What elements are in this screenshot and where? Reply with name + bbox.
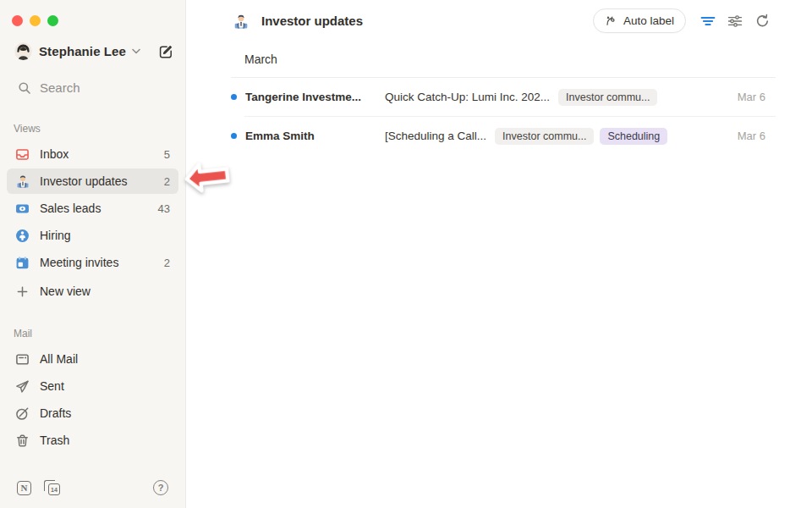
email-label-tag[interactable]: Investor commu... — [495, 128, 594, 145]
email-sender: Tangerine Investme... — [245, 91, 385, 103]
investor-emoji-icon — [15, 174, 30, 189]
calendar-icon — [15, 256, 30, 270]
view-header: Investor updates Auto label — [186, 0, 812, 41]
main-content: Investor updates Auto label — [186, 0, 812, 508]
sidebar-item-label: Trash — [40, 433, 69, 447]
unread-count: 2 — [164, 175, 170, 188]
mail-section-label: Mail — [14, 328, 172, 340]
unread-dot — [231, 133, 237, 139]
investor-emoji-icon — [233, 14, 249, 29]
unread-count: 5 — [164, 148, 170, 161]
search-placeholder: Search — [40, 80, 80, 95]
window-zoom-button[interactable] — [47, 15, 58, 26]
sidebar-item-sales-leads[interactable]: Sales leads 43 — [7, 196, 178, 221]
views-section-label: Views — [14, 123, 172, 135]
sidebar-item-label: All Mail — [40, 352, 78, 366]
sidebar-item-label: Hiring — [40, 229, 71, 242]
email-row-emma[interactable]: Emma Smith [Scheduling a Call... Investo… — [186, 117, 812, 155]
new-view-button[interactable]: New view — [7, 279, 178, 304]
chevron-down-icon — [132, 48, 140, 54]
header-toolbar: Auto label — [593, 8, 771, 33]
person-icon — [15, 229, 30, 243]
trash-icon — [15, 433, 30, 448]
email-subject: Quick Catch-Up: Lumi Inc. 202... — [385, 91, 550, 103]
auto-label-button-label: Auto label — [623, 14, 674, 27]
sidebar-item-drafts[interactable]: Drafts — [7, 400, 178, 426]
sidebar: Stephanie Lee Search Views Inbox — [0, 0, 186, 508]
sidebar-item-label: Drafts — [40, 406, 71, 420]
auto-label-wand-icon — [605, 14, 617, 27]
email-date: Mar 6 — [738, 130, 765, 142]
compose-button[interactable] — [158, 44, 173, 59]
email-label-tag[interactable]: Investor commu... — [558, 89, 657, 106]
money-icon — [15, 202, 30, 216]
sidebar-item-meeting-invites[interactable]: Meeting invites 2 — [7, 250, 178, 275]
inbox-icon — [15, 147, 30, 162]
email-list: Tangerine Investme... Quick Catch-Up: Lu… — [186, 78, 812, 155]
unread-count: 2 — [164, 257, 170, 269]
email-row-tangerine[interactable]: Tangerine Investme... Quick Catch-Up: Lu… — [186, 78, 812, 116]
calendar-front-page: 14 — [48, 483, 60, 495]
sidebar-item-all-mail[interactable]: All Mail — [7, 346, 178, 372]
search-input[interactable]: Search — [18, 80, 170, 95]
sidebar-item-label: Sent — [40, 379, 64, 393]
unread-dot — [231, 94, 237, 100]
email-sender: Emma Smith — [245, 130, 385, 142]
mail-nav: All Mail Sent Drafts — [0, 346, 185, 453]
sidebar-item-label: Inbox — [40, 147, 69, 161]
sidebar-item-investor-updates[interactable]: Investor updates 2 — [7, 168, 178, 194]
drafts-icon — [15, 406, 30, 421]
email-subject: [Scheduling a Call... — [385, 130, 486, 142]
help-icon[interactable]: ? — [153, 480, 168, 495]
plus-icon — [15, 284, 30, 299]
window-minimize-button[interactable] — [30, 15, 41, 26]
email-label-tag[interactable]: Scheduling — [600, 128, 667, 145]
sidebar-item-label: Sales leads — [40, 202, 101, 215]
window-controls — [0, 0, 185, 26]
sidebar-item-hiring[interactable]: Hiring — [7, 223, 178, 248]
window-close-button[interactable] — [12, 15, 23, 26]
profile-name: Stephanie Lee — [39, 44, 126, 58]
all-mail-icon — [15, 352, 30, 367]
sidebar-item-label: Meeting invites — [40, 256, 118, 269]
auto-label-button[interactable]: Auto label — [593, 8, 686, 33]
notion-logo-icon[interactable]: N — [17, 481, 31, 495]
email-date: Mar 6 — [738, 91, 765, 103]
avatar — [14, 42, 32, 60]
new-view-label: New view — [40, 284, 91, 298]
sidebar-footer: N 14 ? — [0, 467, 185, 508]
account-switcher[interactable]: Stephanie Lee — [14, 42, 173, 60]
refresh-icon[interactable] — [754, 13, 771, 30]
views-nav: Inbox 5 Investor updates 2 — [0, 141, 185, 304]
filter-icon[interactable] — [700, 13, 716, 30]
unread-count: 43 — [158, 202, 170, 215]
sent-icon — [15, 379, 30, 394]
search-icon — [18, 81, 31, 95]
sliders-icon[interactable] — [727, 13, 743, 30]
date-group-label: March — [244, 52, 812, 66]
sidebar-item-sent[interactable]: Sent — [7, 373, 178, 399]
sidebar-item-inbox[interactable]: Inbox 5 — [7, 141, 178, 167]
sidebar-item-label: Investor updates — [40, 174, 128, 188]
notion-calendar-icon[interactable]: 14 — [44, 480, 60, 495]
page-title: Investor updates — [261, 14, 363, 28]
sidebar-item-trash[interactable]: Trash — [7, 428, 178, 453]
